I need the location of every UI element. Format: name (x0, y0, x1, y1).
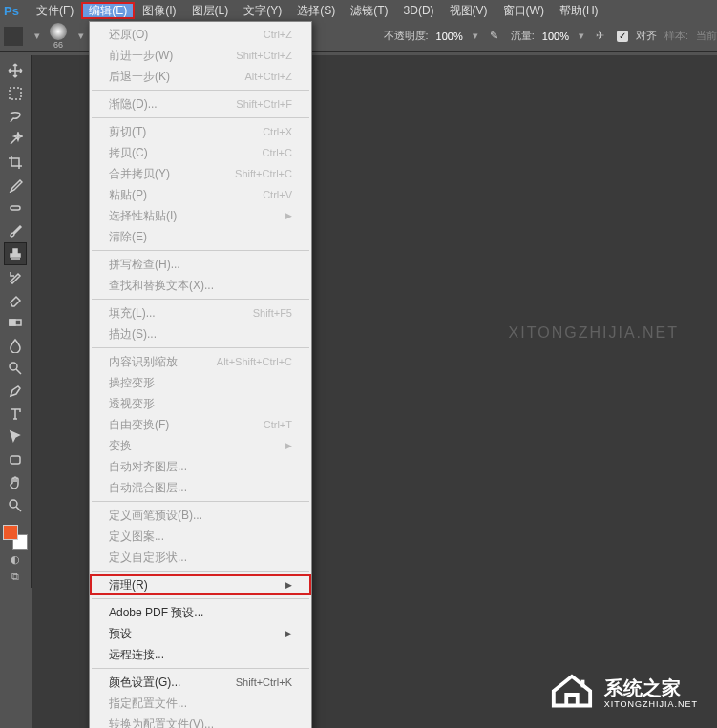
menu-item-label: 定义图案... (109, 529, 164, 544)
menu-图像[interactable]: 图像(I) (135, 2, 183, 19)
menu-item: 剪切(T)Ctrl+X (90, 121, 311, 142)
submenu-arrow-icon: ▶ (285, 577, 292, 593)
quickmask-icon[interactable]: ◐ (5, 551, 26, 567)
tool-hand[interactable] (4, 471, 27, 494)
menu-item-shortcut: Shift+Ctrl+C (235, 166, 292, 181)
menu-separator (92, 117, 309, 118)
menu-separator (92, 501, 309, 502)
tool-eraser[interactable] (4, 288, 27, 311)
menu-item[interactable]: 颜色设置(G)...Shift+Ctrl+K (90, 672, 311, 693)
svg-rect-5 (11, 456, 20, 464)
svg-point-6 (10, 500, 17, 508)
menubar: Ps 文件(F)编辑(E)图像(I)图层(L)文字(Y)选择(S)滤镜(T)3D… (0, 0, 717, 21)
menu-item-label: 粘贴(P) (109, 187, 147, 202)
menu-item: 查找和替换文本(X)... (90, 275, 311, 296)
menu-item-label: 清除(E) (109, 229, 147, 244)
menu-item-label: 自由变换(F) (109, 417, 169, 432)
tool-path-select[interactable] (4, 426, 27, 448)
menu-item: 自由变换(F)Ctrl+T (90, 414, 311, 435)
tool-blur[interactable] (4, 334, 27, 357)
tool-magic-wand[interactable] (4, 128, 27, 151)
chevron-down-icon[interactable]: ▾ (34, 30, 40, 42)
menu-item: 自动对齐图层... (90, 456, 311, 477)
menu-item-shortcut: Ctrl+V (263, 187, 292, 202)
menu-item: 后退一步(K)Alt+Ctrl+Z (90, 66, 311, 87)
menu-item-label: 选择性粘贴(I) (109, 208, 177, 223)
menu-separator (92, 598, 309, 599)
menu-item-shortcut: Ctrl+C (263, 145, 292, 160)
foreground-swatch[interactable] (3, 525, 18, 540)
menu-item: 拼写检查(H)... (90, 254, 311, 275)
tool-marquee[interactable] (4, 82, 27, 105)
chevron-down-icon[interactable]: ▾ (579, 30, 584, 42)
tool-pen[interactable] (4, 380, 27, 403)
menu-item[interactable]: 清理(R)▶ (90, 574, 311, 595)
tool-healing[interactable] (4, 197, 27, 219)
tool-stamp[interactable] (4, 242, 27, 265)
tool-eyedropper[interactable] (4, 174, 27, 197)
tool-gradient[interactable] (4, 311, 27, 334)
menu-item-label: 渐隐(D)... (109, 96, 158, 112)
opacity-value[interactable]: 100% (436, 31, 463, 42)
menu-item-label: 自动混合图层... (109, 480, 187, 495)
tool-type[interactable] (4, 403, 27, 426)
align-checkbox[interactable]: ✓ (617, 31, 628, 42)
ps-logo: Ps (4, 4, 19, 18)
tool-zoom[interactable] (4, 494, 27, 517)
tool-brush[interactable] (4, 219, 27, 242)
menu-item-label: 颜色设置(G)... (109, 675, 180, 690)
menu-帮助[interactable]: 帮助(H) (552, 2, 606, 19)
svg-rect-3 (10, 320, 15, 325)
menu-item[interactable]: Adobe PDF 预设... (90, 602, 311, 623)
menu-item[interactable]: 远程连接... (90, 644, 311, 665)
menu-separator (92, 299, 309, 300)
menu-separator (92, 571, 309, 572)
menu-item-shortcut: Alt+Shift+Ctrl+C (217, 354, 292, 369)
menu-item-shortcut: Shift+F5 (253, 305, 292, 321)
menu-item-label: Adobe PDF 预设... (109, 605, 203, 620)
tool-dodge[interactable] (4, 357, 27, 380)
menu-编辑[interactable]: 编辑(E) (81, 2, 135, 19)
menu-item-label: 查找和替换文本(X)... (109, 278, 214, 293)
menu-item: 自动混合图层... (90, 477, 311, 498)
menu-item-label: 预设 (109, 626, 132, 641)
pressure-opacity-icon[interactable]: ✎ (486, 28, 503, 45)
chevron-down-icon[interactable]: ▾ (78, 30, 84, 42)
menu-3D[interactable]: 3D(D) (396, 2, 442, 19)
menu-文件[interactable]: 文件(F) (29, 2, 81, 19)
menu-item[interactable]: 预设▶ (90, 623, 311, 644)
menu-item: 合并拷贝(Y)Shift+Ctrl+C (90, 163, 311, 184)
chevron-down-icon[interactable]: ▾ (473, 30, 478, 42)
submenu-arrow-icon: ▶ (285, 438, 292, 453)
opacity-label: 不透明度: (384, 29, 429, 43)
airbrush-icon[interactable]: ✈ (592, 28, 609, 45)
menu-滤镜[interactable]: 滤镜(T) (343, 2, 395, 19)
screenmode-icon[interactable]: ⧉ (5, 569, 26, 584)
tool-preset-icon[interactable] (4, 27, 23, 46)
menu-图层[interactable]: 图层(L) (184, 2, 237, 19)
brush-preview[interactable]: 66 (48, 23, 69, 50)
menu-item: 粘贴(P)Ctrl+V (90, 184, 311, 205)
tool-lasso[interactable] (4, 105, 27, 128)
menu-选择[interactable]: 选择(S) (289, 2, 343, 19)
flow-value[interactable]: 100% (542, 31, 569, 42)
menu-窗口[interactable]: 窗口(W) (496, 2, 552, 19)
menu-item: 渐隐(D)...Shift+Ctrl+F (90, 94, 311, 114)
menu-item-label: 还原(O) (109, 27, 148, 42)
menu-item-label: 定义画笔预设(B)... (109, 508, 202, 523)
tool-rectangle[interactable] (4, 448, 27, 471)
menu-item-label: 填充(L)... (109, 305, 156, 321)
svg-rect-0 (10, 88, 21, 99)
brush-size-label: 66 (53, 40, 63, 50)
menu-separator (92, 90, 309, 91)
tool-move[interactable] (4, 59, 27, 82)
tool-crop[interactable] (4, 151, 27, 174)
menu-item: 变换▶ (90, 435, 311, 456)
menu-item: 指定配置文件... (90, 693, 311, 714)
tool-history-brush[interactable] (4, 265, 27, 288)
color-swatches[interactable] (3, 525, 28, 550)
menu-文字[interactable]: 文字(Y) (236, 2, 289, 19)
menu-视图[interactable]: 视图(V) (442, 2, 496, 19)
sample-label: 样本: (664, 29, 688, 43)
menu-item: 描边(S)... (90, 323, 311, 344)
